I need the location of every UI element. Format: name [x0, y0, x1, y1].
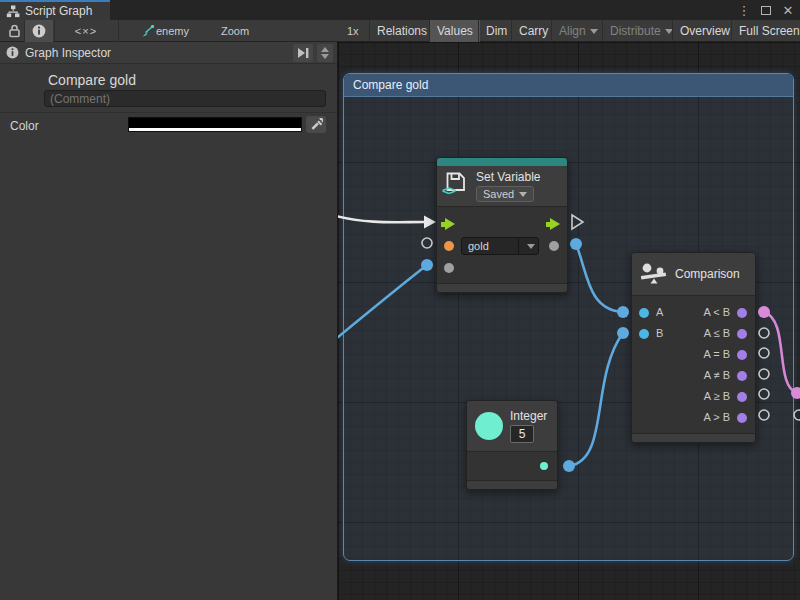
align-dropdown[interactable]: Align	[552, 20, 605, 42]
dim-button[interactable]: Dim	[479, 20, 514, 42]
output-label-lt: A < B	[703, 306, 730, 318]
inspector-toggle-button[interactable]	[25, 20, 53, 42]
output-label-neq: A ≠ B	[704, 369, 730, 381]
output-port-lt[interactable]	[737, 308, 747, 318]
integer-value-input[interactable]: 5	[510, 425, 534, 443]
spinner-up-icon[interactable]	[321, 47, 329, 52]
node-comparison[interactable]: Comparison A B A < B A ≤ B A = B A ≠ B A…	[631, 252, 756, 443]
node-integer[interactable]: Integer 5	[466, 400, 558, 490]
window-menu-icon[interactable]: ⋮	[736, 2, 752, 18]
node-title: Integer	[510, 409, 547, 423]
panel-spinner[interactable]	[317, 44, 333, 62]
variable-accent-strip	[437, 158, 567, 166]
variable-value-output-port[interactable]	[549, 241, 559, 251]
title-bar: Script Graph ⋮ ✕	[0, 0, 800, 20]
chevron-down-icon	[527, 244, 535, 249]
node-set-variable[interactable]: <> Set Variable Saved gold	[436, 157, 568, 293]
output-label-eq: A = B	[703, 348, 730, 360]
output-label-gt: A > B	[703, 411, 730, 423]
input-port-a[interactable]	[639, 308, 649, 318]
graph-node-icon	[140, 20, 154, 42]
dock-panel-icon[interactable]	[293, 44, 313, 62]
chevron-down-icon	[590, 29, 598, 34]
info-icon	[32, 24, 46, 38]
graph-icon	[6, 5, 20, 18]
align-label: Align	[559, 24, 586, 38]
fullscreen-button[interactable]: Full Screen	[732, 20, 800, 42]
node-title: Set Variable	[476, 170, 540, 184]
eyedropper-button[interactable]	[306, 116, 326, 133]
output-port-eq[interactable]	[737, 350, 747, 360]
group-title: Compare gold	[353, 78, 428, 92]
overview-button[interactable]: Overview	[673, 20, 737, 42]
unconnected-port-ring	[794, 410, 800, 420]
spinner-down-icon[interactable]	[321, 54, 329, 59]
output-port-neq[interactable]	[737, 371, 747, 381]
output-port-lte[interactable]	[737, 329, 747, 339]
integer-icon	[475, 412, 503, 440]
graph-inspector-panel: Graph Inspector Compare gold Color	[0, 42, 337, 600]
variable-scope-dropdown[interactable]: Saved	[476, 186, 534, 202]
integer-output-port[interactable]	[540, 462, 548, 470]
relations-button[interactable]: Relations	[370, 20, 434, 42]
distribute-dropdown[interactable]: Distribute	[603, 20, 680, 42]
color-swatch[interactable]	[128, 117, 302, 132]
tab-script-graph[interactable]: Script Graph	[0, 0, 110, 20]
maximize-icon[interactable]	[758, 2, 774, 18]
flow-output-port[interactable]	[550, 218, 560, 230]
input-label-a: A	[656, 306, 663, 318]
output-port-gte[interactable]	[737, 392, 747, 402]
scope-value: Saved	[483, 188, 514, 200]
zoom-label: Zoom	[221, 20, 249, 42]
output-label-gte: A ≥ B	[704, 390, 730, 402]
flow-input-port[interactable]	[445, 218, 455, 230]
eyedropper-icon	[310, 118, 323, 131]
comparison-scale-icon	[640, 262, 668, 286]
close-icon[interactable]: ✕	[780, 2, 796, 18]
inspector-header-title: Graph Inspector	[25, 46, 111, 60]
code-view-icon[interactable]: <×>	[66, 20, 106, 42]
group-header[interactable]: Compare gold	[344, 74, 793, 97]
input-port-b[interactable]	[639, 329, 649, 339]
color-field-label: Color	[10, 119, 39, 133]
input-label-b: B	[656, 327, 663, 339]
carry-button[interactable]: Carry	[512, 20, 555, 42]
distribute-label: Distribute	[610, 24, 661, 38]
zoom-value: 1x	[347, 20, 359, 42]
lock-icon[interactable]	[5, 20, 23, 42]
unity-script-graph-window: Script Graph ⋮ ✕ <×>	[0, 0, 800, 600]
variable-name-port[interactable]	[444, 241, 454, 251]
variable-name-value: gold	[462, 240, 518, 252]
comment-input[interactable]	[44, 90, 326, 107]
graph-canvas[interactable]: Compare gold	[337, 42, 800, 600]
variable-name-dropdown[interactable]: gold	[461, 237, 539, 255]
graph-title: Compare gold	[48, 72, 136, 88]
save-variable-icon: <>	[445, 173, 469, 199]
node-title: Comparison	[675, 267, 740, 281]
tab-title: Script Graph	[25, 4, 92, 18]
graph-toolbar: <×> enemy Zoom 1x Relations Values Dim C…	[0, 20, 800, 42]
values-button[interactable]: Values	[430, 20, 480, 42]
chevron-down-icon	[519, 192, 527, 197]
output-port-gt[interactable]	[737, 413, 747, 423]
graph-ref-label[interactable]: enemy	[156, 20, 189, 42]
variable-value-input-port[interactable]	[444, 263, 454, 273]
color-alpha-bar	[129, 128, 301, 131]
output-label-lte: A ≤ B	[704, 327, 730, 339]
info-icon	[6, 46, 19, 59]
